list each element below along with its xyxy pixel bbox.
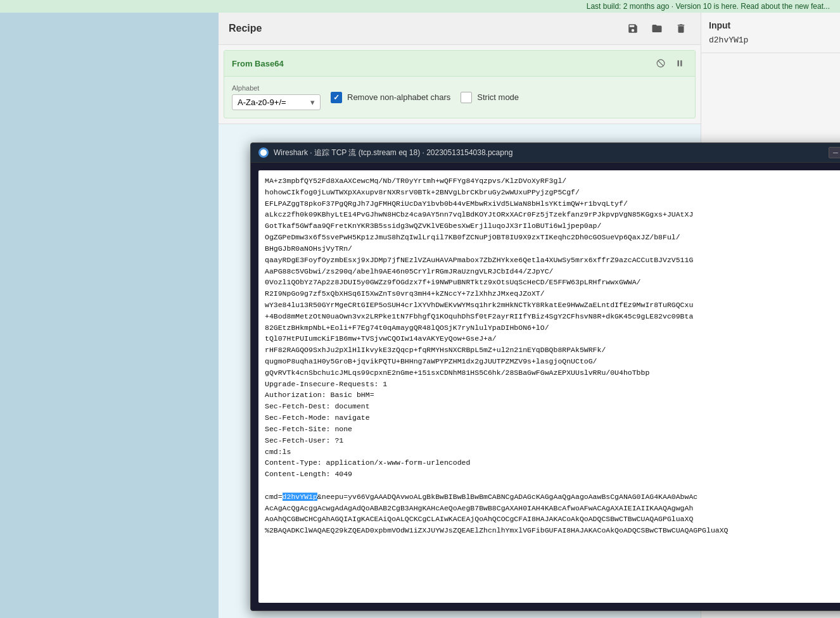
wireshark-title-left: Wireshark · 追踪 TCP 流 (tcp.stream eq 18) … <box>258 148 512 158</box>
recipe-header: Recipe <box>219 13 701 45</box>
top-banner: Last build: 2 months ago · Version 10 is… <box>0 0 840 13</box>
input-value: d2hvYW1p <box>709 35 832 45</box>
remove-non-alpha-group[interactable]: ✓ Remove non-alphabet chars <box>331 92 450 103</box>
from-base64-title: From Base64 <box>232 59 284 68</box>
recipe-title: Recipe <box>229 23 262 34</box>
input-label: Input <box>709 20 832 30</box>
save-button[interactable] <box>623 19 642 38</box>
check-icon: ✓ <box>333 93 340 102</box>
folder-icon <box>651 23 663 34</box>
remove-non-alpha-label: Remove non-alphabet chars <box>347 92 450 102</box>
recipe-panel: Recipe <box>219 13 701 124</box>
disable-icon <box>656 59 665 68</box>
from-base64-body: Alphabet A-Za-z0-9+/= ▾ ✓ Remove non-alp… <box>224 77 695 118</box>
pause-button[interactable] <box>672 56 687 71</box>
alphabet-value: A-Za-z0-9+/= <box>238 98 286 107</box>
main-layout: Recipe <box>0 13 840 618</box>
wireshark-text-area: MA+z3mpbfQY52Fd8XaAXCewcMq/Nb/TR0yYrtmh+… <box>258 170 840 603</box>
svg-line-1 <box>658 61 663 66</box>
save-icon <box>627 23 639 34</box>
wireshark-window: Wireshark · 追踪 TCP 流 (tcp.stream eq 18) … <box>250 142 840 611</box>
strict-mode-checkbox[interactable] <box>461 92 472 103</box>
input-section: Input d2hvYW1p <box>701 13 840 53</box>
left-sidebar <box>0 13 219 618</box>
alphabet-group: Alphabet A-Za-z0-9+/= ▾ <box>232 84 321 110</box>
from-base64-section: From Base64 <box>224 50 696 118</box>
banner-text: Last build: 2 months ago · Version 10 is… <box>587 2 830 11</box>
svg-rect-2 <box>678 60 679 66</box>
svg-rect-3 <box>680 60 682 66</box>
alphabet-select[interactable]: A-Za-z0-9+/= ▾ <box>232 94 321 110</box>
delete-button[interactable] <box>671 19 690 38</box>
wireshark-text[interactable]: MA+z3mpbfQY52Fd8XaAXCewcMq/Nb/TR0yYrtmh+… <box>258 170 840 603</box>
strict-mode-label: Strict mode <box>477 92 519 102</box>
highlighted-text: d2hvYW1p <box>283 493 317 501</box>
wireshark-app-icon <box>258 148 269 158</box>
remove-non-alpha-checkbox[interactable]: ✓ <box>331 92 342 103</box>
pause-icon <box>675 59 684 68</box>
minimize-button[interactable]: ─ <box>829 147 840 158</box>
folder-button[interactable] <box>647 19 666 38</box>
window-buttons: ─ □ ✕ <box>829 147 840 158</box>
wireshark-titlebar: Wireshark · 追踪 TCP 流 (tcp.stream eq 18) … <box>251 143 840 163</box>
dropdown-arrow-icon: ▾ <box>310 98 315 107</box>
recipe-actions <box>623 19 690 38</box>
wireshark-title: Wireshark · 追踪 TCP 流 (tcp.stream eq 18) … <box>274 148 512 158</box>
strict-mode-group[interactable]: Strict mode <box>461 92 519 103</box>
from-base64-header: From Base64 <box>224 51 695 77</box>
from-base64-controls <box>653 56 687 71</box>
disable-button[interactable] <box>653 56 668 71</box>
wireshark-content: MA+z3mpbfQY52Fd8XaAXCewcMq/Nb/TR0yYrtmh+… <box>251 163 840 610</box>
alphabet-label: Alphabet <box>232 84 321 92</box>
trash-icon <box>675 23 687 34</box>
